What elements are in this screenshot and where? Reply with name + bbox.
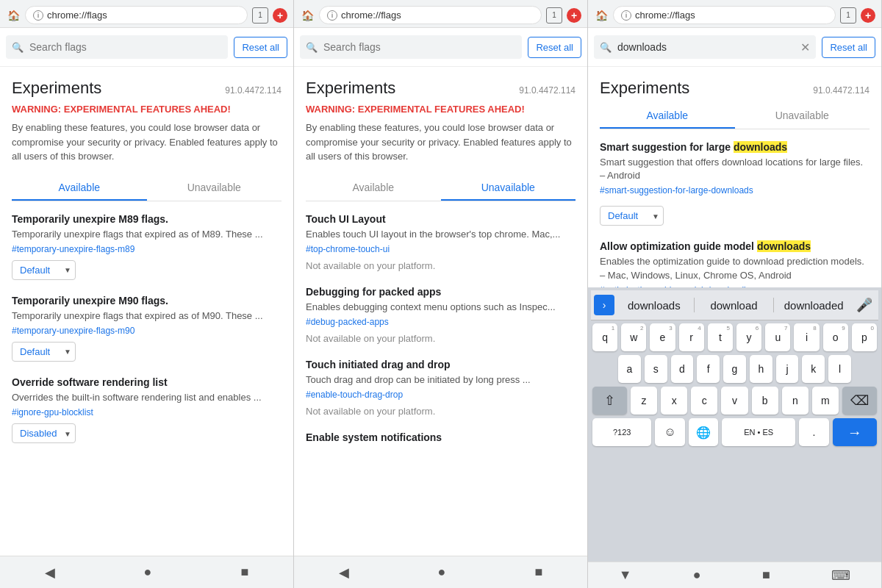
home-btn-3[interactable]: ●: [693, 567, 701, 583]
kb-key-d[interactable]: d: [671, 355, 694, 383]
kb-suggestion-0[interactable]: downloads: [616, 299, 692, 312]
kb-globe-key[interactable]: 🌐: [689, 418, 718, 446]
recents-btn-3[interactable]: ■: [762, 567, 770, 583]
kb-key-x[interactable]: x: [661, 387, 687, 415]
flag-link-smart-dl[interactable]: #smart-suggestion-for-large-downloads: [600, 185, 870, 196]
kb-key-o[interactable]: o9: [823, 323, 848, 351]
kb-emoji-key[interactable]: ☺: [655, 418, 684, 446]
tab-unavailable-3[interactable]: Unavailable: [735, 104, 870, 129]
flag-link-m90[interactable]: #temporary-unexpire-flags-m90: [12, 326, 282, 336]
address-bar-1[interactable]: i chrome://flags: [25, 6, 248, 24]
recents-btn-1[interactable]: ■: [241, 564, 249, 580]
kb-period-key[interactable]: .: [799, 418, 828, 446]
keyboard: › downloads download downloaded 🎤 q1 w2 …: [588, 287, 881, 562]
select-wrap-smart-dl[interactable]: DefaultEnabledDisabled: [600, 206, 664, 226]
tab-available-3[interactable]: Available: [600, 104, 735, 129]
home-btn-2[interactable]: ●: [438, 564, 446, 580]
kb-key-c[interactable]: c: [691, 387, 717, 415]
add-tab-btn-2[interactable]: +: [567, 8, 581, 23]
flag-link-debug[interactable]: #debug-packed-apps: [306, 317, 576, 327]
kb-key-l[interactable]: l: [828, 355, 851, 383]
select-wrap-gpu[interactable]: DefaultEnabledDisabled: [12, 423, 76, 443]
kb-key-z[interactable]: z: [631, 387, 657, 415]
home-icon[interactable]: 🏠: [6, 8, 21, 23]
kb-key-u[interactable]: u7: [765, 323, 790, 351]
clear-search-icon[interactable]: ✕: [800, 40, 810, 54]
flag-link-gpu[interactable]: #ignore-gpu-blocklist: [12, 407, 282, 417]
flag-select-smart-dl[interactable]: DefaultEnabledDisabled: [600, 206, 664, 226]
highlight-smart-dl: downloads: [734, 141, 787, 153]
kb-key-y[interactable]: y6: [736, 323, 761, 351]
kb-key-j[interactable]: j: [776, 355, 799, 383]
search-input-3[interactable]: [594, 35, 816, 59]
bottom-nav-2: ◀ ● ■: [294, 556, 587, 588]
address-bar-2[interactable]: i chrome://flags: [319, 6, 542, 24]
home-btn-1[interactable]: ●: [144, 564, 152, 580]
flag-select-m90[interactable]: DefaultEnabledDisabled: [12, 342, 76, 362]
kb-enter-key[interactable]: →: [833, 418, 877, 446]
kb-suggestion-2[interactable]: downloaded: [775, 299, 852, 312]
kb-mic-icon[interactable]: 🎤: [853, 297, 875, 313]
flag-item-m90: Temporarily unexpire M90 flags. Temporar…: [12, 295, 282, 362]
home-icon-2[interactable]: 🏠: [300, 8, 315, 23]
flag-link-touch-drag[interactable]: #enable-touch-drag-drop: [306, 390, 576, 400]
kb-key-f[interactable]: f: [697, 355, 720, 383]
tab-available-1[interactable]: Available: [12, 176, 147, 201]
search-icon-1: 🔍: [12, 42, 24, 53]
kb-key-n[interactable]: n: [782, 387, 808, 415]
search-input-1[interactable]: [6, 35, 228, 59]
tab-count-2[interactable]: 1: [546, 7, 562, 24]
kb-shift-key[interactable]: ⇧: [592, 387, 627, 415]
kb-key-h[interactable]: h: [750, 355, 772, 383]
address-bar-3[interactable]: i chrome://flags: [613, 6, 836, 24]
kb-key-m[interactable]: m: [812, 387, 839, 415]
kb-key-t[interactable]: t5: [708, 323, 733, 351]
flag-select-gpu[interactable]: DefaultEnabledDisabled: [12, 423, 76, 443]
flag-link-touch-ui[interactable]: #top-chrome-touch-ui: [306, 244, 576, 254]
kb-key-q[interactable]: q1: [592, 323, 617, 351]
kb-key-v[interactable]: v: [721, 387, 747, 415]
flag-optim-dl: Allow optimization guide model downloads…: [600, 240, 870, 287]
recents-btn-2[interactable]: ■: [535, 564, 543, 580]
flag-select-m89[interactable]: DefaultEnabledDisabled: [12, 260, 76, 280]
content-2: Experiments 91.0.4472.114 WARNING: EXPER…: [294, 67, 587, 556]
kb-numbers-key[interactable]: ?123: [592, 418, 651, 446]
tab-count-1[interactable]: 1: [252, 7, 268, 24]
reset-all-btn-3[interactable]: Reset all: [822, 37, 875, 58]
tab-count-3[interactable]: 1: [840, 7, 856, 24]
kb-key-b[interactable]: b: [752, 387, 778, 415]
kb-key-a[interactable]: a: [618, 355, 641, 383]
flag-desc-m90: Temporarily unexpire flags that expired …: [12, 309, 282, 323]
back-btn-2[interactable]: ◀: [339, 564, 349, 581]
select-wrap-m90[interactable]: DefaultEnabledDisabled: [12, 342, 76, 362]
kb-suggestion-arrow[interactable]: ›: [594, 295, 614, 315]
back-btn-1[interactable]: ◀: [45, 564, 55, 581]
kb-suggestion-1[interactable]: download: [696, 299, 772, 312]
reset-all-btn-1[interactable]: Reset all: [234, 37, 287, 58]
flag-link-m89[interactable]: #temporary-unexpire-flags-m89: [12, 244, 282, 254]
url-text-3: chrome://flags: [635, 10, 695, 21]
keyboard-btn-3[interactable]: ⌨: [831, 567, 850, 584]
tab-unavailable-2[interactable]: Unavailable: [441, 176, 576, 201]
kb-key-e[interactable]: e3: [650, 323, 675, 351]
home-icon-3[interactable]: 🏠: [594, 8, 609, 23]
kb-backspace-key[interactable]: ⌫: [842, 387, 877, 415]
kb-key-r[interactable]: r4: [679, 323, 704, 351]
kb-key-p[interactable]: p0: [852, 323, 877, 351]
kb-key-w[interactable]: w2: [621, 323, 646, 351]
kb-row-3: ⇧ z x c v b n m ⌫: [592, 387, 877, 415]
add-tab-btn-1[interactable]: +: [273, 8, 287, 23]
kb-key-g[interactable]: g: [723, 355, 746, 383]
tab-available-2[interactable]: Available: [306, 176, 441, 201]
back-btn-3[interactable]: ▼: [619, 567, 632, 583]
kb-lang-key[interactable]: EN • ES: [722, 418, 796, 446]
kb-key-i[interactable]: i8: [794, 323, 819, 351]
reset-all-btn-2[interactable]: Reset all: [528, 37, 581, 58]
kb-key-s[interactable]: s: [645, 355, 667, 383]
tab-unavailable-1[interactable]: Unavailable: [147, 176, 282, 201]
search-bar-2: 🔍 Reset all: [294, 28, 587, 67]
kb-key-k[interactable]: k: [802, 355, 825, 383]
add-tab-btn-3[interactable]: +: [861, 8, 875, 23]
search-input-2[interactable]: [300, 35, 522, 59]
select-wrap-m89[interactable]: DefaultEnabledDisabled: [12, 260, 76, 280]
